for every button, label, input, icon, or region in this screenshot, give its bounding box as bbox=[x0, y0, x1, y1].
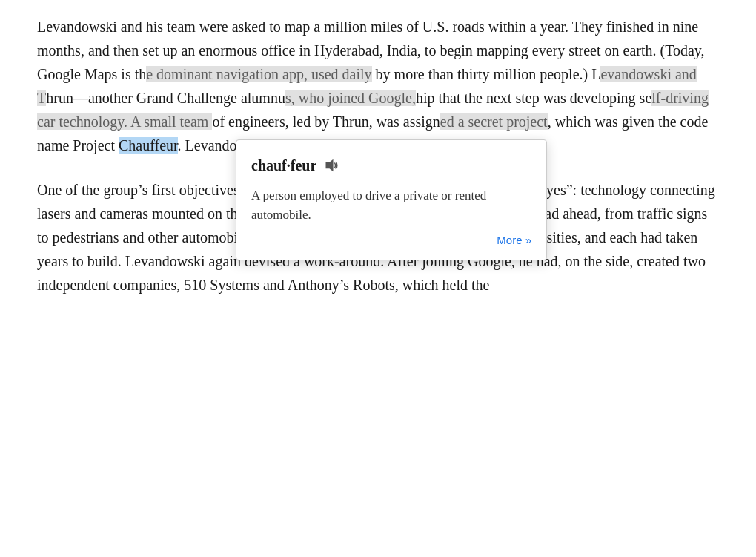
popup-definition: A person employed to drive a private or … bbox=[251, 186, 531, 224]
sound-icon[interactable] bbox=[324, 158, 339, 173]
article-text: Levandowski and his team were asked to m… bbox=[37, 15, 719, 297]
paragraph-1: Levandowski and his team were asked to m… bbox=[37, 15, 719, 157]
popup-header: chauf·feur bbox=[251, 154, 531, 177]
definition-popup: chauf·feur A person employed to drive a … bbox=[236, 139, 547, 260]
highlighted-chauffeur: Chauffeur bbox=[119, 137, 178, 154]
more-link[interactable]: More » bbox=[251, 231, 531, 249]
popup-word: chauf·feur bbox=[251, 154, 316, 177]
svg-marker-0 bbox=[326, 159, 334, 172]
